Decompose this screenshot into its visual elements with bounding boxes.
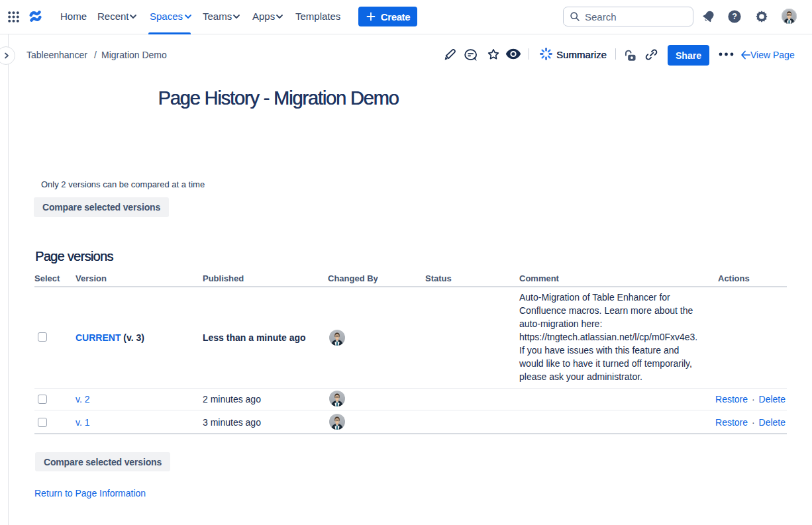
- svg-text:?: ?: [732, 12, 737, 21]
